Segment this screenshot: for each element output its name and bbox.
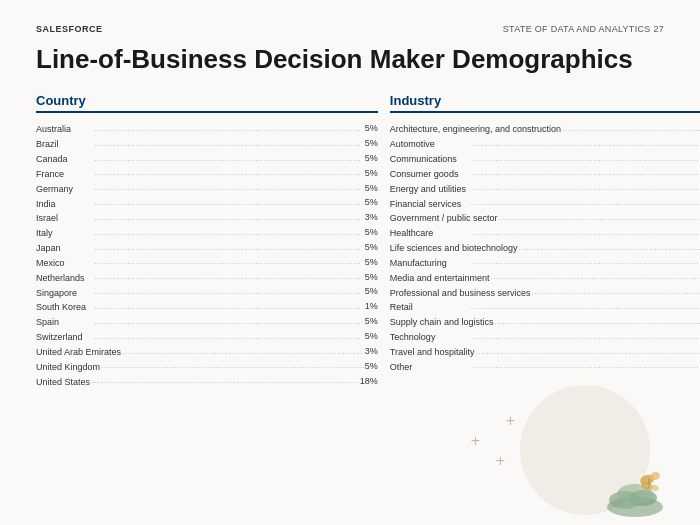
row-dots: ........................................…: [91, 166, 365, 180]
row-name: Manufacturing: [390, 258, 470, 270]
row-dots: ........................................…: [91, 152, 365, 166]
country-rows: Australia...............................…: [36, 121, 378, 388]
row-name: United Kingdom: [36, 362, 100, 374]
row-name: Professional and business services: [390, 288, 531, 300]
list-item: Switzerland.............................…: [36, 329, 378, 344]
list-item: Communications..........................…: [390, 151, 700, 166]
list-item: Germany.................................…: [36, 181, 378, 196]
row-dots: ........................................…: [470, 226, 700, 240]
row-name: Italy: [36, 228, 91, 240]
row-name: Switzerland: [36, 332, 91, 344]
row-dots: ........................................…: [91, 374, 360, 388]
list-item: Supply chain and logistics..............…: [390, 314, 700, 329]
row-dots: ........................................…: [91, 181, 365, 195]
row-dots: ........................................…: [470, 181, 700, 195]
row-dots: ........................................…: [100, 359, 365, 373]
row-value: 5%: [365, 121, 378, 136]
page-container: SALESFORCE STATE OF DATA AND ANALYTICS 2…: [0, 0, 700, 525]
row-name: Germany: [36, 184, 91, 196]
page-title: Line-of-Business Decision Maker Demograp…: [36, 44, 664, 75]
row-dots: ........................................…: [91, 226, 365, 240]
top-bar: SALESFORCE STATE OF DATA AND ANALYTICS 2…: [36, 24, 664, 34]
list-item: Energy and utilities....................…: [390, 181, 700, 196]
list-item: Automotive..............................…: [390, 136, 700, 151]
row-dots: ........................................…: [91, 255, 365, 269]
row-name: Technology: [390, 332, 470, 344]
row-name: Retail: [390, 302, 470, 314]
list-item: South Korea.............................…: [36, 299, 378, 314]
list-item: Other...................................…: [390, 359, 700, 374]
list-item: Manufacturing...........................…: [390, 255, 700, 270]
row-name: Consumer goods: [390, 169, 470, 181]
row-name: Spain: [36, 317, 91, 329]
list-item: India...................................…: [36, 195, 378, 210]
row-dots: ........................................…: [493, 315, 700, 329]
row-name: France: [36, 169, 91, 181]
row-dots: ........................................…: [470, 330, 700, 344]
list-item: Italy...................................…: [36, 225, 378, 240]
row-value: 5%: [365, 181, 378, 196]
row-name: Australia: [36, 124, 91, 136]
row-dots: ........................................…: [475, 345, 700, 359]
row-name: United States: [36, 377, 91, 389]
row-name: India: [36, 199, 91, 211]
row-value: 5%: [365, 225, 378, 240]
country-column: Country Australia.......................…: [36, 93, 390, 388]
row-name: Travel and hospitality: [390, 347, 475, 359]
row-name: Japan: [36, 243, 91, 255]
row-name: Canada: [36, 154, 91, 166]
row-dots: ........................................…: [91, 211, 365, 225]
row-dots: ........................................…: [497, 211, 700, 225]
row-value: 5%: [365, 314, 378, 329]
row-dots: ........................................…: [470, 359, 700, 373]
row-dots: ........................................…: [530, 285, 700, 299]
row-name: Automotive: [390, 139, 470, 151]
list-item: France..................................…: [36, 166, 378, 181]
list-item: Technology..............................…: [390, 329, 700, 344]
row-dots: ........................................…: [470, 152, 700, 166]
list-item: Mexico..................................…: [36, 255, 378, 270]
row-name: Other: [390, 362, 470, 374]
row-value: 18%: [360, 374, 378, 389]
row-value: 5%: [365, 284, 378, 299]
row-value: 5%: [365, 255, 378, 270]
list-item: Brazil..................................…: [36, 136, 378, 151]
butterfly-decoration: [605, 462, 665, 517]
row-name: Netherlands: [36, 273, 91, 285]
row-dots: ........................................…: [91, 330, 365, 344]
row-value: 3%: [365, 344, 378, 359]
industry-rows: Architecture, engineering, and construct…: [390, 121, 700, 373]
industry-column: Industry Architecture, engineering, and …: [390, 93, 700, 373]
row-dots: ........................................…: [91, 285, 365, 299]
row-name: Government / public sector: [390, 213, 498, 225]
row-dots: ........................................…: [91, 270, 365, 284]
list-item: Healthcare..............................…: [390, 225, 700, 240]
row-dots: ........................................…: [91, 137, 365, 151]
brand-label: SALESFORCE: [36, 24, 103, 34]
row-name: Supply chain and logistics: [390, 317, 494, 329]
row-name: Energy and utilities: [390, 184, 470, 196]
row-name: Brazil: [36, 139, 91, 151]
row-dots: ........................................…: [489, 270, 700, 284]
list-item: Israel..................................…: [36, 210, 378, 225]
row-name: Life sciences and biotechnology: [390, 243, 518, 255]
row-value: 5%: [365, 195, 378, 210]
row-value: 5%: [365, 359, 378, 374]
row-dots: ........................................…: [91, 196, 365, 210]
columns-container: Country Australia.......................…: [36, 93, 664, 388]
plus-decoration-2: +: [471, 432, 480, 450]
row-dots: ........................................…: [561, 122, 700, 136]
list-item: Japan...................................…: [36, 240, 378, 255]
list-item: Australia...............................…: [36, 121, 378, 136]
plus-decoration-3: +: [496, 452, 505, 470]
list-item: Retail..................................…: [390, 299, 700, 314]
row-dots: ........................................…: [470, 166, 700, 180]
row-dots: ........................................…: [91, 241, 365, 255]
list-item: Architecture, engineering, and construct…: [390, 121, 700, 136]
list-item: Government / public sector..............…: [390, 210, 700, 225]
row-value: 5%: [365, 151, 378, 166]
list-item: United Arab Emirates....................…: [36, 344, 378, 359]
row-dots: ........................................…: [91, 122, 365, 136]
list-item: United Kingdom..........................…: [36, 359, 378, 374]
row-value: 5%: [365, 136, 378, 151]
